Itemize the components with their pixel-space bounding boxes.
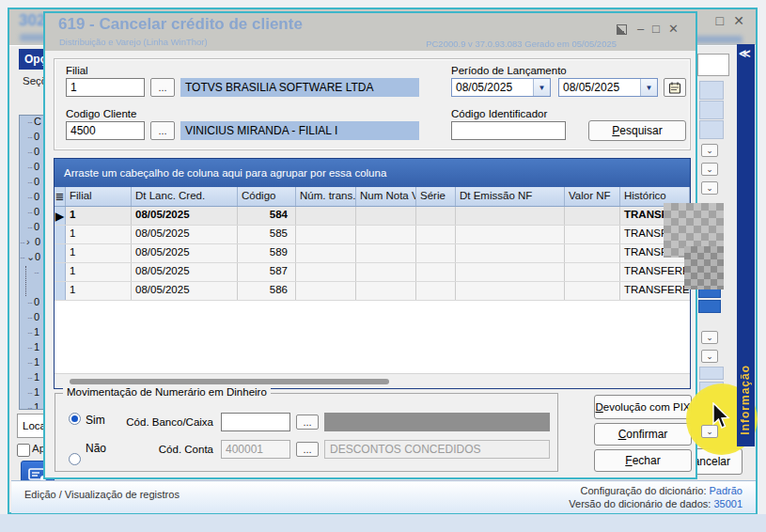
cell-dt-emissao [456, 207, 565, 225]
cell-num-trans [296, 263, 356, 281]
calendar-button[interactable] [664, 78, 686, 97]
grid-row[interactable]: 1 08/05/2025 589 TRANSFERENCIA [55, 244, 690, 263]
cell-dt-lanc: 08/05/2025 [132, 263, 238, 281]
column-header[interactable]: Num Nota V [356, 187, 416, 206]
cell-dt-emissao [456, 282, 565, 300]
cell-dt-lanc: 08/05/2025 [132, 207, 238, 225]
chevron-down-button[interactable]: ⌄ [701, 331, 718, 344]
right-panel-cell [699, 120, 724, 139]
filial-input[interactable] [66, 78, 145, 97]
cell-filial: 1 [66, 282, 132, 300]
radio-nao[interactable] [69, 453, 81, 465]
row-marker-icon: ▶ [55, 207, 66, 225]
periodo-to-combo[interactable]: 08/05/2025 ▼ [558, 78, 658, 97]
status-bar: Edição / Visualização de registros Confi… [11, 480, 756, 513]
scrollbar-thumb[interactable] [70, 379, 389, 384]
status-version-value: 35001 [713, 498, 743, 509]
filial-lookup-button[interactable]: ... [150, 78, 175, 97]
close-icon[interactable]: ✕ [668, 23, 679, 35]
cliente-lookup-button[interactable]: ... [150, 121, 175, 140]
dropdown-arrow-icon[interactable]: ▼ [533, 79, 550, 96]
column-header[interactable]: Núm. trans. [296, 187, 356, 206]
cell-serie [416, 226, 456, 243]
cell-valor-nf [565, 263, 620, 281]
informacao-tab[interactable]: ≪ Informação [737, 44, 755, 446]
sidebar-checkbox[interactable] [17, 444, 30, 457]
chevron-down-button[interactable]: ⌄ [701, 144, 718, 157]
column-header[interactable]: Série [416, 187, 456, 206]
chevron-right-icon[interactable]: › [26, 236, 35, 247]
bg-close-icon[interactable]: ✕ [733, 13, 744, 28]
cell-num-nota [356, 282, 416, 300]
conta-input [221, 440, 290, 459]
right-panel-input[interactable] [697, 54, 729, 76]
calendar-icon [668, 81, 681, 94]
chevron-down-button[interactable]: ⌄ [701, 181, 718, 195]
cell-valor-nf [565, 207, 620, 225]
bg-maximize-icon[interactable]: □ [716, 13, 724, 28]
radio-sim[interactable] [69, 413, 81, 425]
right-panel-cell [699, 81, 724, 100]
cliente-label: Codigo Cliente [66, 108, 136, 119]
cell-valor-nf [565, 282, 620, 300]
maximize-icon[interactable]: □ [652, 23, 660, 35]
filial-label: Filial [66, 65, 88, 76]
group-by-bar[interactable]: Arraste um cabeçalho de coluna aqui para… [55, 159, 690, 187]
dialog-titlebar[interactable]: 619 - Cancelar crédito de cliente Distri… [45, 13, 696, 51]
radio-nao-label: Não [86, 442, 106, 455]
grid-row[interactable]: 1 08/05/2025 587 TRANSFERENCIA [55, 263, 690, 282]
cliente-name-field: VINICIUS MIRANDA - FILIAL I [180, 121, 419, 140]
minimize-icon[interactable]: – [637, 23, 644, 35]
banco-desc-field [324, 413, 550, 431]
status-dict-label: Configuração do dicionário: [581, 485, 707, 496]
column-header[interactable]: Valor NF [565, 187, 620, 206]
column-header[interactable]: Dt Emissão NF [456, 187, 565, 206]
identificador-input[interactable] [451, 121, 566, 140]
status-version-line: Versão do dicionário de dados: 35001 [569, 498, 743, 509]
dialog-subtitle: Distribuição e Varejo (Linha WinThor) [59, 37, 208, 47]
column-header[interactable]: Filial [66, 187, 132, 206]
chevron-down-icon[interactable]: ⌄ [26, 251, 35, 263]
cell-num-nota [356, 226, 416, 243]
cell-dt-emissao [456, 244, 565, 262]
credit-grid-panel: Arraste um cabeçalho de coluna aqui para… [54, 158, 691, 389]
cell-dt-lanc: 08/05/2025 [132, 282, 238, 300]
cell-serie [416, 263, 456, 281]
row-selector [55, 226, 66, 243]
column-header[interactable]: Dt Lanc. Cred. [132, 187, 238, 206]
collapse-icon[interactable]: ≪ [739, 47, 751, 60]
dropdown-arrow-icon[interactable]: ▼ [640, 79, 657, 96]
conta-lookup-button[interactable]: ... [296, 442, 319, 457]
confirmar-button[interactable]: Confirmar [594, 423, 692, 446]
chevron-down-button[interactable]: ⌄ [701, 350, 718, 363]
pesquisar-button[interactable]: Pesquisar [588, 120, 686, 141]
banco-input[interactable] [221, 413, 290, 431]
devolucao-pix-button[interactable]: Devolução com PIX [594, 395, 692, 419]
theme-contrast-icon[interactable] [617, 24, 627, 35]
conta-desc-field: DESCONTOS CONCEDIDOS [324, 440, 550, 459]
status-version-label: Versão do dicionário de dados: [569, 498, 711, 509]
informacao-label: Informação [739, 365, 752, 435]
movimentacao-fieldset: Movimentação de Numerário em Dinheiro Si… [55, 393, 558, 472]
grid-row-selected[interactable]: ▶ 1 08/05/2025 584 TRANSFERENCIA [55, 207, 690, 226]
dialog-title: 619 - Cancelar crédito de cliente [58, 15, 303, 34]
menu-icon[interactable]: ≣ [55, 187, 66, 206]
banco-lookup-button[interactable]: ... [296, 415, 319, 430]
grid-row[interactable]: 1 08/05/2025 586 TRANSFERENCIA [55, 282, 690, 301]
conta-label: Cód. Conta [108, 444, 213, 455]
background-window-title: 302 [19, 11, 45, 30]
cell-codigo: 586 [238, 282, 296, 300]
column-header[interactable]: Código [238, 187, 296, 206]
chevron-down-button[interactable]: ⌄ [701, 163, 718, 176]
fechar-button[interactable]: Fechar [594, 449, 692, 472]
cell-codigo: 587 [238, 263, 296, 281]
cell-num-nota [356, 244, 416, 262]
cliente-input[interactable] [66, 121, 145, 140]
cell-historico: TRANSFERENCIA [620, 263, 690, 281]
cell-codigo: 589 [238, 244, 296, 262]
periodo-from-combo[interactable]: 08/05/2025 ▼ [451, 78, 551, 97]
cell-serie [416, 207, 456, 225]
movimentacao-legend: Movimentação de Numerário em Dinheiro [63, 386, 271, 398]
cell-valor-nf [565, 226, 620, 243]
grid-row[interactable]: 1 08/05/2025 585 TRANSFERENCIA [55, 226, 690, 244]
